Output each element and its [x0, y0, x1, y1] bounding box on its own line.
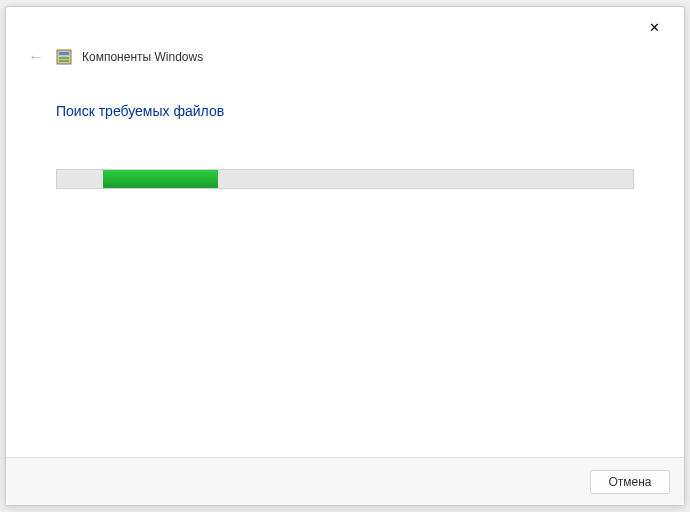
- svg-rect-2: [59, 57, 69, 59]
- back-button: ←: [26, 47, 46, 67]
- status-text: Поиск требуемых файлов: [56, 103, 634, 119]
- cancel-button[interactable]: Отмена: [590, 470, 670, 494]
- content-area: Поиск требуемых файлов: [6, 73, 684, 457]
- progress-bar: [56, 169, 634, 189]
- footer: Отмена: [6, 457, 684, 505]
- close-button[interactable]: ✕: [634, 12, 674, 42]
- progress-fill: [103, 170, 218, 188]
- svg-rect-3: [59, 60, 69, 62]
- svg-rect-1: [59, 52, 69, 55]
- close-icon: ✕: [649, 20, 660, 35]
- titlebar: ✕: [6, 7, 684, 47]
- header: ← Компоненты Windows: [6, 47, 684, 73]
- window-title: Компоненты Windows: [82, 50, 203, 64]
- windows-features-dialog: ✕ ← Компоненты Windows Поиск требуемых ф…: [5, 6, 685, 506]
- arrow-left-icon: ←: [28, 48, 44, 66]
- windows-features-icon: [56, 49, 72, 65]
